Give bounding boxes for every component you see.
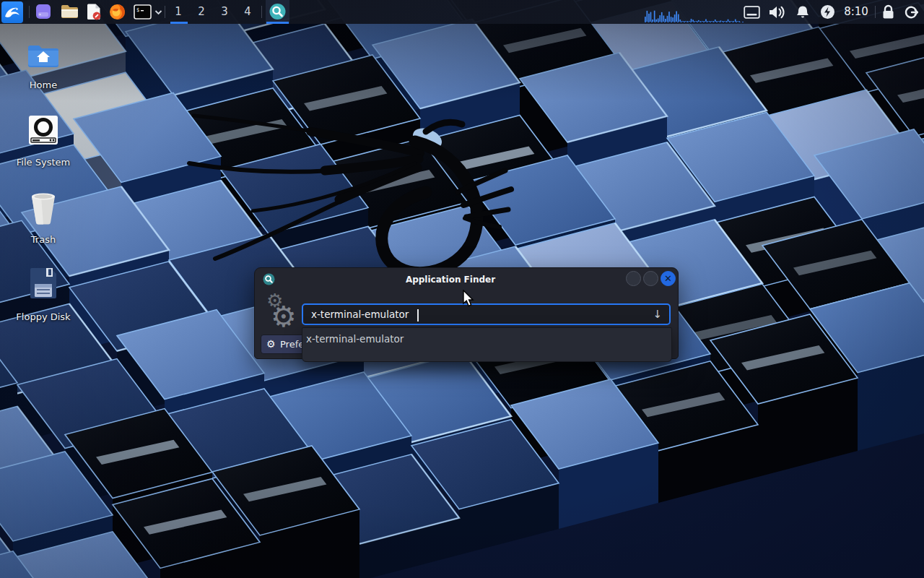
- close-button[interactable]: ✕: [661, 271, 676, 286]
- svg-text:$: $: [136, 7, 139, 13]
- search-suggestions-dropdown: x-terminal-emulator: [302, 327, 672, 362]
- lock-icon[interactable]: [881, 4, 895, 20]
- terminal-dropdown-chevron[interactable]: [154, 9, 162, 15]
- trash-icon[interactable]: [29, 191, 58, 225]
- preferences-gear-icon: ⚙: [266, 335, 276, 353]
- power-manager-icon[interactable]: [820, 4, 835, 20]
- active-workspace-underline: [170, 22, 188, 24]
- workspace-4[interactable]: 4: [236, 0, 259, 24]
- application-finder-gears-icon: ⚙ ⚙: [263, 290, 304, 333]
- workspace-3[interactable]: 3: [213, 0, 236, 24]
- mouse-cursor: [462, 290, 476, 309]
- floppy-disk-label[interactable]: Floppy Disk: [0, 311, 87, 322]
- applications-menu-button[interactable]: [1, 1, 23, 23]
- notification-bell-icon[interactable]: [796, 5, 810, 20]
- trash-label[interactable]: Trash: [0, 234, 87, 245]
- maximize-button[interactable]: [643, 271, 658, 286]
- text-caret: [417, 309, 419, 322]
- app-finder-active-underline: [266, 22, 289, 24]
- dropdown-arrow-icon[interactable]: ↓: [653, 308, 662, 321]
- top-panel: $ 1 2 3 4: [0, 0, 924, 24]
- suggestion-item[interactable]: x-terminal-emulator: [306, 333, 404, 345]
- keyboard-icon[interactable]: [744, 6, 760, 19]
- file-system-icon[interactable]: [28, 115, 58, 145]
- search-input-value: x-terminal-emulator: [311, 309, 409, 320]
- workspace-2[interactable]: 2: [190, 0, 213, 24]
- terminal-icon[interactable]: $: [134, 4, 152, 20]
- file-system-label[interactable]: File System: [0, 157, 87, 168]
- minimize-button[interactable]: [626, 271, 641, 286]
- panel-separator: [29, 6, 30, 18]
- panel-separator: [165, 6, 165, 18]
- document-editor-icon[interactable]: [87, 4, 101, 20]
- window-title: Application Finder: [255, 275, 646, 285]
- file-manager-icon[interactable]: [61, 4, 78, 19]
- volume-icon[interactable]: [768, 5, 787, 20]
- window-app-icon[interactable]: [35, 4, 51, 20]
- panel-separator: [261, 6, 262, 18]
- desktop-screen: Home File System Trash Floppy Disk: [0, 0, 924, 578]
- workspace-1[interactable]: 1: [167, 0, 190, 24]
- floppy-disk-icon[interactable]: [29, 267, 58, 300]
- home-label[interactable]: Home: [0, 79, 87, 90]
- home-icon[interactable]: [27, 44, 60, 67]
- cpu-graph[interactable]: [645, 4, 746, 23]
- app-finder-panel-button[interactable]: [266, 0, 289, 24]
- search-input[interactable]: x-terminal-emulator ↓: [302, 303, 671, 325]
- panel-separator: [875, 6, 876, 18]
- application-finder-window: Application Finder ✕ ⚙ ⚙ x-terminal-emul…: [254, 267, 679, 359]
- logout-icon[interactable]: [904, 5, 918, 20]
- firefox-icon[interactable]: [109, 4, 126, 20]
- clock[interactable]: 8:10: [840, 0, 873, 24]
